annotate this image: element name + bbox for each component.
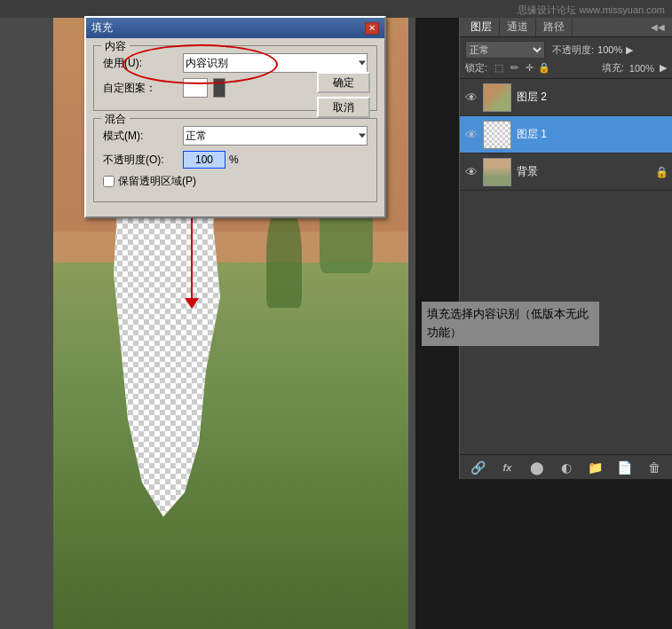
- layer-eye-2[interactable]: 👁: [463, 90, 479, 106]
- dialog-titlebar: 填充 ✕: [86, 18, 384, 38]
- pattern-label: 自定图案：: [103, 81, 183, 96]
- panel-collapse-button[interactable]: ◀◀: [647, 22, 668, 32]
- swatch-white: [183, 78, 208, 98]
- new-layer-icon[interactable]: 📄: [616, 459, 634, 476]
- panel-tabs: 图层 通道 路径: [463, 18, 647, 36]
- dialog-buttons: 确定 取消: [317, 72, 370, 118]
- opacity-label: 不透明度(O):: [103, 153, 183, 168]
- opacity-input[interactable]: [183, 151, 225, 169]
- swatch-black: [213, 78, 225, 98]
- opacity-row: 不透明度(O): %: [103, 151, 368, 169]
- opacity-value: 100%: [597, 44, 622, 55]
- layer-item-1[interactable]: 👁 图层 1: [460, 116, 672, 153]
- lock-row: 锁定: ⬚ ✏ ✛ 🔒 填充: 100% ▶: [465, 61, 667, 75]
- opacity-arrow[interactable]: ▶: [626, 44, 633, 56]
- layer-thumbnail-bg: [483, 158, 511, 186]
- dialog-title: 填充: [91, 20, 113, 35]
- layer-eye-1[interactable]: 👁: [463, 127, 479, 143]
- lock-paint-icon[interactable]: ✏: [508, 62, 520, 75]
- fx-icon[interactable]: fx: [499, 459, 517, 476]
- arrow-head: [185, 298, 199, 309]
- blending-group-title: 混合: [101, 112, 130, 127]
- use-row: 使用(U): 内容识别: [103, 53, 368, 73]
- mode-select[interactable]: 正常: [183, 126, 368, 145]
- lock-all-icon[interactable]: 🔒: [538, 62, 550, 75]
- layer-item-2[interactable]: 👁 图层 2: [460, 79, 672, 116]
- dialog-close-button[interactable]: ✕: [365, 22, 379, 35]
- layer-item-bg[interactable]: 👁 背景 🔒: [460, 153, 672, 191]
- watermark: 思缘设计论坛 www.missyuan.com: [518, 4, 665, 17]
- link-layers-icon[interactable]: 🔗: [470, 459, 487, 476]
- dialog-body: 内容 使用(U): 内容识别 自定图案：: [86, 38, 384, 216]
- cancel-button[interactable]: 取消: [317, 97, 370, 118]
- lock-transparent-icon[interactable]: ⬚: [493, 62, 505, 75]
- opacity-percent: %: [229, 153, 239, 166]
- layers-list: 👁 图层 2 👁 图层 1 👁 背景 🔒: [460, 79, 672, 191]
- blend-row: 正常 不透明度: 100% ▶: [465, 41, 667, 59]
- lock-move-icon[interactable]: ✛: [523, 62, 535, 75]
- lock-label: 锁定:: [465, 61, 487, 75]
- use-select-wrapper[interactable]: 内容识别: [183, 53, 368, 73]
- layer-eye-bg[interactable]: 👁: [463, 164, 479, 180]
- fill-label: 填充:: [602, 61, 624, 75]
- fill-arrow[interactable]: ▶: [660, 62, 667, 74]
- mode-row: 模式(M): 正常: [103, 126, 368, 145]
- layer-thumbnail-1: [483, 121, 511, 149]
- ok-button[interactable]: 确定: [317, 72, 370, 93]
- annotation-text: 填充选择内容识别（低版本无此功能）: [422, 302, 599, 346]
- background-lock-icon: 🔒: [655, 166, 668, 178]
- preserve-row: 保留透明区域(P): [103, 174, 368, 189]
- fill-dialog: 填充 ✕ 内容 使用(U): 内容识别: [84, 16, 386, 218]
- layer-name-2: 图层 2: [517, 90, 668, 105]
- tab-channels[interactable]: 通道: [500, 18, 536, 36]
- mode-select-wrapper[interactable]: 正常: [183, 126, 368, 145]
- blend-mode-select[interactable]: 正常: [465, 41, 545, 59]
- lock-icons: ⬚ ✏ ✛ 🔒: [493, 62, 550, 75]
- preserve-label: 保留透明区域(P): [118, 174, 196, 189]
- use-select[interactable]: 内容识别: [183, 53, 368, 73]
- panel-bottom-toolbar: 🔗 fx ⬤ ◐ 📁 📄 🗑: [460, 454, 672, 479]
- use-label: 使用(U):: [103, 56, 183, 71]
- layer-name-bg: 背景: [517, 164, 655, 179]
- fill-value: 100%: [629, 63, 654, 74]
- tab-layers[interactable]: 图层: [463, 18, 500, 36]
- preserve-checkbox[interactable]: [103, 176, 115, 187]
- mode-label: 模式(M):: [103, 129, 183, 144]
- layer-controls: 正常 不透明度: 100% ▶ 锁定: ⬚ ✏ ✛ 🔒 填充: 100% ▶: [460, 37, 672, 79]
- delete-layer-icon[interactable]: 🗑: [645, 459, 663, 476]
- content-group-title: 内容: [101, 39, 130, 54]
- blending-group: 混合 模式(M): 正常 不透明度(O): %: [93, 118, 377, 202]
- new-group-icon[interactable]: 📁: [587, 459, 605, 476]
- tab-paths[interactable]: 路径: [536, 18, 573, 36]
- layer-thumbnail-2: [483, 83, 511, 112]
- layers-panel: 图层 通道 路径 ◀◀ 正常 不透明度: 100% ▶ 锁定: ⬚ ✏ ✛: [459, 18, 672, 479]
- panel-header: 图层 通道 路径 ◀◀: [460, 18, 672, 37]
- layer-name-1: 图层 1: [517, 127, 668, 142]
- mask-icon[interactable]: ⬤: [528, 459, 546, 476]
- opacity-label: 不透明度:: [552, 43, 594, 57]
- adjustment-icon[interactable]: ◐: [557, 459, 575, 476]
